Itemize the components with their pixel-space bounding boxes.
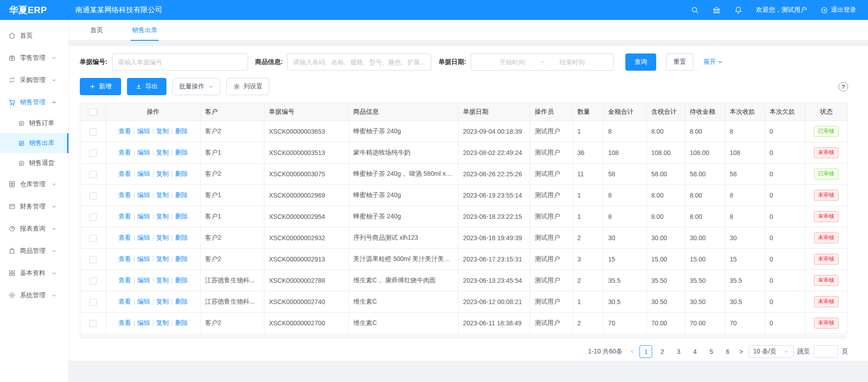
sidebar-item-report-query[interactable]: 报表查询	[0, 218, 68, 240]
row-action-view[interactable]: 查看	[118, 255, 131, 262]
row-action-copy[interactable]: 复制	[156, 276, 169, 284]
row-action-view[interactable]: 查看	[118, 319, 131, 326]
date-end-input[interactable]	[546, 58, 599, 66]
sidebar-item-retail-mgmt[interactable]: 零售管理	[0, 47, 68, 69]
row-checkbox[interactable]	[89, 192, 97, 199]
row-checkbox[interactable]	[89, 213, 97, 221]
sidebar-item-sales-mgmt[interactable]: 销售管理	[0, 91, 68, 113]
date-range-picker[interactable]: ~	[471, 53, 614, 71]
row-action-copy[interactable]: 复制	[156, 127, 169, 135]
reset-button[interactable]: 重置	[666, 53, 693, 71]
date-start-input[interactable]	[486, 58, 538, 66]
row-action-delete[interactable]: 删除	[175, 234, 188, 241]
row-action-copy[interactable]: 复制	[156, 149, 169, 156]
row-action-copy[interactable]: 复制	[156, 234, 169, 241]
row-action-view[interactable]: 查看	[118, 149, 131, 156]
row-action-view[interactable]: 查看	[118, 213, 131, 220]
search-button[interactable]: 查询	[625, 53, 656, 71]
row-action-delete[interactable]: 删除	[175, 255, 188, 262]
row-checkbox[interactable]	[89, 320, 97, 327]
row-action-edit[interactable]: 编辑	[137, 319, 150, 326]
row-action-view[interactable]: 查看	[118, 298, 131, 305]
product-input[interactable]	[287, 53, 431, 71]
row-action-edit[interactable]: 编辑	[137, 213, 150, 220]
row-checkbox[interactable]	[89, 150, 97, 157]
action-separator: |	[133, 234, 135, 241]
row-action-copy[interactable]: 复制	[156, 191, 169, 198]
row-action-view[interactable]: 查看	[118, 234, 131, 241]
page-button-5[interactable]: 5	[705, 345, 717, 358]
row-action-edit[interactable]: 编辑	[137, 149, 150, 156]
page-button-2[interactable]: 2	[656, 345, 668, 358]
sidebar-item-purchase-mgmt[interactable]: 采购管理	[0, 69, 68, 91]
row-action-delete[interactable]: 删除	[175, 149, 188, 156]
row-action-edit[interactable]: 编辑	[137, 255, 150, 262]
batch-actions-button[interactable]: 批量操作	[172, 78, 220, 95]
row-action-view[interactable]: 查看	[118, 276, 131, 284]
status-badge: 未审核	[814, 318, 839, 329]
sidebar-item-sales-outbound[interactable]: 销售出库	[0, 133, 68, 153]
bank-icon[interactable]	[712, 6, 721, 14]
sidebar-item-basic-data[interactable]: 基本资料	[0, 262, 68, 284]
action-separator: |	[133, 149, 135, 156]
tab-sales-outbound[interactable]: 销售出库	[131, 20, 159, 40]
row-action-edit[interactable]: 编辑	[137, 170, 150, 177]
bill-no-input[interactable]	[112, 53, 248, 71]
row-action-delete[interactable]: 删除	[175, 213, 188, 220]
row-action-view[interactable]: 查看	[118, 191, 131, 198]
add-button[interactable]: 新增	[80, 78, 121, 95]
row-action-delete[interactable]: 删除	[175, 170, 188, 177]
finance-icon	[8, 203, 16, 210]
row-action-edit[interactable]: 编辑	[137, 234, 150, 241]
page-button-4[interactable]: 4	[688, 345, 701, 358]
row-action-delete[interactable]: 删除	[175, 298, 188, 305]
row-action-delete[interactable]: 删除	[175, 127, 188, 135]
expand-link[interactable]: 展开	[703, 58, 723, 66]
row-action-edit[interactable]: 编辑	[137, 276, 150, 284]
row-checkbox[interactable]	[89, 277, 97, 285]
page-size-select[interactable]: 10 条/页	[749, 345, 794, 358]
row-action-copy[interactable]: 复制	[156, 213, 169, 220]
action-separator: |	[152, 298, 154, 305]
row-checkbox[interactable]	[89, 256, 97, 263]
status-badge: 未审核	[814, 275, 839, 286]
row-checkbox[interactable]	[89, 235, 97, 242]
row-action-edit[interactable]: 编辑	[137, 127, 150, 135]
row-checkbox[interactable]	[89, 128, 97, 135]
sidebar-item-warehouse-mgmt[interactable]: 仓库管理	[0, 173, 68, 195]
help-icon[interactable]: ?	[839, 82, 848, 92]
sidebar-item-system-mgmt[interactable]: 系统管理	[0, 284, 68, 306]
select-all-checkbox[interactable]	[89, 108, 97, 116]
horizontal-scrollbar[interactable]	[80, 335, 847, 339]
sidebar-item-sales-return[interactable]: 销售退货	[0, 153, 68, 173]
row-checkbox[interactable]	[89, 299, 97, 306]
logout-button[interactable]: 退出登录	[820, 6, 856, 14]
row-action-delete[interactable]: 删除	[175, 191, 188, 198]
jump-page-input[interactable]	[814, 345, 838, 358]
row-action-view[interactable]: 查看	[118, 170, 131, 177]
prev-page-button[interactable]: <	[629, 348, 636, 355]
row-action-delete[interactable]: 删除	[175, 276, 188, 284]
bell-icon[interactable]	[734, 6, 742, 14]
tab-home[interactable]: 首页	[89, 20, 104, 40]
row-action-copy[interactable]: 复制	[156, 319, 169, 326]
page-button-6[interactable]: 6	[721, 345, 734, 358]
next-page-button[interactable]: >	[737, 348, 745, 355]
row-action-view[interactable]: 查看	[118, 127, 131, 135]
column-settings-button[interactable]: 列设置	[226, 78, 269, 95]
page-button-3[interactable]: 3	[672, 345, 685, 358]
row-action-copy[interactable]: 复制	[156, 298, 169, 305]
sidebar-item-finance-mgmt[interactable]: 财务管理	[0, 195, 68, 218]
row-action-edit[interactable]: 编辑	[137, 191, 150, 198]
sidebar-item-sales-order[interactable]: 销售订单	[0, 113, 68, 133]
row-action-edit[interactable]: 编辑	[137, 298, 150, 305]
export-button[interactable]: 导出	[127, 78, 166, 95]
row-action-copy[interactable]: 复制	[156, 170, 169, 177]
page-button-1[interactable]: 1	[639, 345, 652, 358]
sidebar-item-goods-mgmt[interactable]: 商品管理	[0, 240, 68, 262]
row-action-copy[interactable]: 复制	[156, 255, 169, 262]
row-checkbox[interactable]	[89, 171, 97, 178]
sidebar-item-home[interactable]: 首页	[0, 24, 68, 47]
search-icon[interactable]	[691, 6, 699, 14]
row-action-delete[interactable]: 删除	[175, 319, 188, 326]
